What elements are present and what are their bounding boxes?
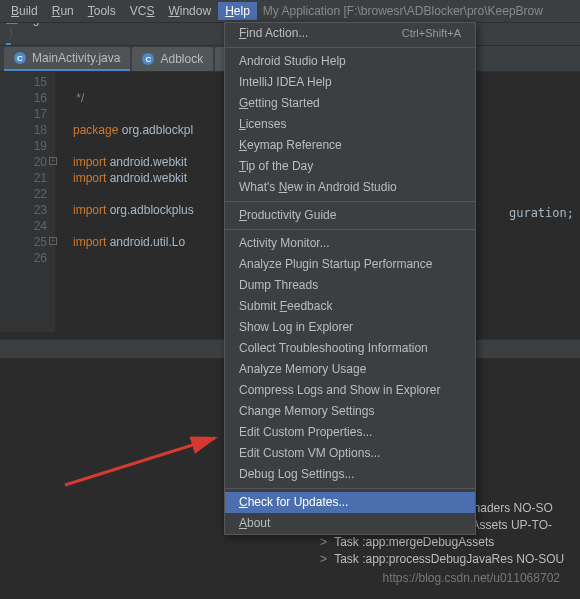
line-number: 21: [0, 170, 47, 186]
menu-item-compress-logs-and-show-in-explorer[interactable]: Compress Logs and Show in Explorer: [225, 380, 475, 401]
code-line[interactable]: import org.adblockplus: [73, 202, 194, 218]
menu-vcs[interactable]: VCS: [123, 2, 162, 20]
code-line[interactable]: import android.webkit: [73, 154, 194, 170]
menu-item-getting-started[interactable]: Getting Started: [225, 93, 475, 114]
code-line[interactable]: import android.webkit: [73, 170, 194, 186]
menu-separator: [225, 47, 475, 48]
menu-item-submit-feedback[interactable]: Submit Feedback: [225, 296, 475, 317]
java-class-icon: C: [142, 53, 154, 65]
watermark-text: https://blog.csdn.net/u011068702: [383, 571, 560, 585]
code-fragment-right: guration;: [509, 206, 574, 220]
menu-item-debug-log-settings-[interactable]: Debug Log Settings...: [225, 464, 475, 485]
menu-separator: [225, 229, 475, 230]
fold-icon[interactable]: +: [49, 237, 57, 245]
menu-separator: [225, 201, 475, 202]
line-number: 18: [0, 122, 47, 138]
menu-item-android-studio-help[interactable]: Android Studio Help: [225, 51, 475, 72]
java-class-icon: C: [14, 52, 26, 64]
menu-item-edit-custom-properties-[interactable]: Edit Custom Properties...: [225, 422, 475, 443]
menu-help[interactable]: Help: [218, 2, 257, 20]
menu-item-tip-of-the-day[interactable]: Tip of the Day: [225, 156, 475, 177]
line-number: 25+: [0, 234, 47, 250]
tab-Adblock[interactable]: CAdblock: [132, 47, 213, 71]
menu-item-check-for-updates-[interactable]: Check for Updates...: [225, 492, 475, 513]
code-line[interactable]: package org.adblockpl: [73, 122, 194, 138]
menu-separator: [225, 488, 475, 489]
menu-item-keymap-reference[interactable]: Keymap Reference: [225, 135, 475, 156]
code-line[interactable]: [73, 106, 194, 122]
menu-item-change-memory-settings[interactable]: Change Memory Settings: [225, 401, 475, 422]
line-number: 17: [0, 106, 47, 122]
code-line[interactable]: */: [73, 90, 194, 106]
help-dropdown: Find Action...Ctrl+Shift+AAndroid Studio…: [224, 22, 476, 535]
menu-build[interactable]: Build: [4, 2, 45, 20]
menu-item-analyze-memory-usage[interactable]: Analyze Memory Usage: [225, 359, 475, 380]
line-number: 15: [0, 74, 47, 90]
menu-item-show-log-in-explorer[interactable]: Show Log in Explorer: [225, 317, 475, 338]
line-number: 16: [0, 90, 47, 106]
code-line[interactable]: [73, 74, 194, 90]
menu-item-intellij-idea-help[interactable]: IntelliJ IDEA Help: [225, 72, 475, 93]
line-number: 24: [0, 218, 47, 234]
code-area[interactable]: */package org.adblockplimport android.we…: [55, 72, 194, 332]
menu-item-find-action-[interactable]: Find Action...Ctrl+Shift+A: [225, 23, 475, 44]
menu-item-edit-custom-vm-options-[interactable]: Edit Custom VM Options...: [225, 443, 475, 464]
menu-item-activity-monitor-[interactable]: Activity Monitor...: [225, 233, 475, 254]
breadcrumb-org[interactable]: org: [6, 22, 68, 26]
line-number: 19: [0, 138, 47, 154]
code-line[interactable]: [73, 218, 194, 234]
line-number: 26: [0, 250, 47, 266]
menu-tools[interactable]: Tools: [81, 2, 123, 20]
tab-MainActivity.java[interactable]: CMainActivity.java: [4, 47, 130, 71]
code-line[interactable]: [73, 250, 194, 266]
console-task-line: > Task :app:processDebugJavaRes NO-SOU: [320, 551, 580, 568]
line-gutter: 151617181920+2122232425+26: [0, 72, 55, 332]
line-number: 22: [0, 186, 47, 202]
menu-window[interactable]: Window: [161, 2, 218, 20]
menu-run[interactable]: Run: [45, 2, 81, 20]
code-line[interactable]: [73, 186, 194, 202]
menu-item-what-s-new-in-android-studio[interactable]: What's New in Android Studio: [225, 177, 475, 198]
line-number: 20+: [0, 154, 47, 170]
window-title: My Application [F:\browesr\ADBlocker\pro…: [263, 4, 543, 18]
menu-item-collect-troubleshooting-information[interactable]: Collect Troubleshooting Information: [225, 338, 475, 359]
main-menubar: BuildRunToolsVCSWindowHelp My Applicatio…: [0, 0, 580, 22]
menu-item-dump-threads[interactable]: Dump Threads: [225, 275, 475, 296]
menu-item-licenses[interactable]: Licenses: [225, 114, 475, 135]
menu-item-about[interactable]: About: [225, 513, 475, 534]
code-line[interactable]: [73, 138, 194, 154]
fold-icon[interactable]: +: [49, 157, 57, 165]
code-line[interactable]: import android.util.Lo: [73, 234, 194, 250]
console-task-line: > Task :app:mergeDebugAssets: [320, 534, 580, 551]
menu-item-analyze-plugin-startup-performance[interactable]: Analyze Plugin Startup Performance: [225, 254, 475, 275]
line-number: 23: [0, 202, 47, 218]
chevron-right-icon: 〉: [8, 27, 20, 41]
menu-item-productivity-guide[interactable]: Productivity Guide: [225, 205, 475, 226]
folder-icon: [6, 22, 18, 24]
